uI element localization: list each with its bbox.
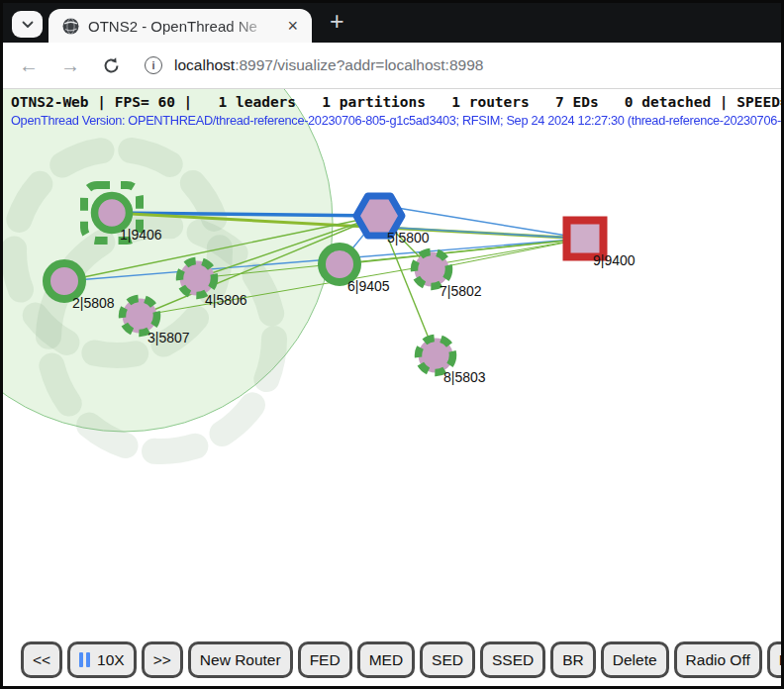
- button-label: Radio Off: [686, 651, 750, 669]
- button-label: 10X: [97, 651, 125, 669]
- back-icon[interactable]: ←: [19, 55, 39, 75]
- end-device-icon: [322, 246, 357, 282]
- node-label: 2|5808: [72, 295, 115, 311]
- button-label: FED: [310, 651, 341, 669]
- button-label: New Router: [200, 651, 281, 669]
- simulation-canvas[interactable]: 1|94062|58083|58074|58065|58006|94057|58…: [3, 89, 781, 683]
- node-label: 5|5800: [387, 230, 430, 246]
- sleepy-end-device-icon: [419, 339, 453, 373]
- button-label: SED: [432, 651, 463, 669]
- med-button[interactable]: MED: [357, 641, 415, 678]
- tab-strip: OTNS2 - OpenThread Ne × +: [3, 3, 781, 43]
- end-device-icon: [47, 263, 82, 299]
- button-label: Delete: [613, 651, 657, 669]
- radio-on-button[interactable]: Radio On: [767, 641, 784, 678]
- version-line: OpenThread Version: OPENTHREAD/thread-re…: [11, 113, 781, 128]
- radio-off-button[interactable]: Radio Off: [674, 641, 762, 678]
- url-box[interactable]: i localhost:8997/visualize?addr=localhos…: [145, 56, 483, 74]
- step-back-button[interactable]: <<: [21, 641, 62, 678]
- node-label: 6|9405: [347, 278, 390, 294]
- button-label: MED: [369, 651, 403, 669]
- node-label: 1|9406: [120, 227, 162, 243]
- browser-window: OTNS2 - OpenThread Ne × + ← → i localhos…: [0, 0, 784, 689]
- node-label: 9|9400: [593, 252, 636, 268]
- button-label: BR: [562, 651, 584, 669]
- delete-button[interactable]: Delete: [601, 641, 669, 678]
- new-router-button[interactable]: New Router: [188, 641, 293, 678]
- browser-tab[interactable]: OTNS2 - OpenThread Ne ×: [49, 9, 312, 43]
- status-line: OTNS2-Web | FPS= 60 | 1 leaders 1 partit…: [11, 94, 781, 110]
- site-info-icon[interactable]: i: [145, 56, 162, 74]
- sed-button[interactable]: SED: [420, 641, 475, 678]
- new-tab-button[interactable]: +: [330, 7, 344, 36]
- globe-favicon-icon: [62, 18, 79, 35]
- sleepy-end-device-icon: [415, 252, 449, 287]
- url-path: :8997/visualize?addr=localhost:8998: [235, 56, 483, 73]
- action-toolbar: <<10X>>New RouterFEDMEDSEDSSEDBRDeleteRa…: [21, 641, 784, 678]
- step-forward-button[interactable]: >>: [142, 641, 183, 678]
- node-9[interactable]: 9|9400: [567, 221, 636, 269]
- node-circle-icon: [95, 196, 130, 231]
- link-line: [432, 239, 585, 269]
- sleepy-end-device-icon: [123, 299, 157, 334]
- node-label: 4|5806: [205, 292, 247, 308]
- tab-search-button[interactable]: [12, 11, 43, 38]
- url-text[interactable]: localhost:8997/visualize?addr=localhost:…: [174, 56, 483, 74]
- node-5[interactable]: 5|5800: [356, 196, 430, 246]
- button-label: >>: [153, 651, 171, 669]
- ssed-button[interactable]: SSED: [480, 641, 545, 678]
- node-8[interactable]: 8|5803: [419, 339, 486, 386]
- node-label: 8|5803: [443, 369, 486, 385]
- pause-icon: [79, 652, 90, 667]
- node-7[interactable]: 7|5802: [415, 252, 482, 300]
- network-svg: 1|94062|58083|58074|58065|58006|94057|58…: [3, 89, 781, 683]
- forward-icon[interactable]: →: [60, 55, 80, 75]
- tab-close-icon[interactable]: ×: [283, 17, 302, 35]
- button-label: Radio On: [779, 651, 784, 669]
- br-button[interactable]: BR: [550, 641, 596, 678]
- url-host: localhost: [174, 56, 235, 73]
- reload-icon[interactable]: [102, 56, 121, 75]
- border-router-square-icon: [567, 221, 604, 257]
- button-label: <<: [33, 651, 50, 669]
- address-bar: ← → i localhost:8997/visualize?addr=loca…: [3, 43, 781, 89]
- node-label: 3|5807: [147, 330, 190, 345]
- button-label: SSED: [492, 651, 534, 669]
- tab-title: OTNS2 - OpenThread Ne: [88, 18, 283, 35]
- sleepy-end-device-icon: [180, 261, 215, 296]
- node-label: 7|5802: [440, 283, 482, 299]
- link-line: [340, 239, 585, 264]
- chevron-down-icon: [22, 21, 34, 29]
- speed-button[interactable]: 10X: [67, 641, 137, 678]
- node-6[interactable]: 6|9405: [322, 246, 390, 294]
- fed-button[interactable]: FED: [298, 641, 352, 678]
